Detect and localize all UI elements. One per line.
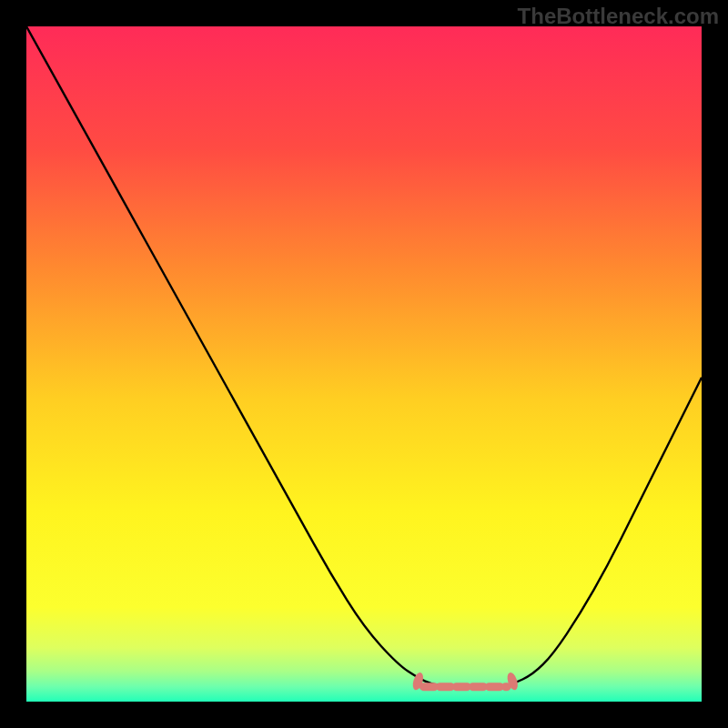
chart-container: TheBottleneck.com [0,0,728,728]
plot-area [26,26,702,702]
gradient-background [26,26,702,702]
chart-svg [26,26,702,702]
watermark-text: TheBottleneck.com [518,4,719,29]
